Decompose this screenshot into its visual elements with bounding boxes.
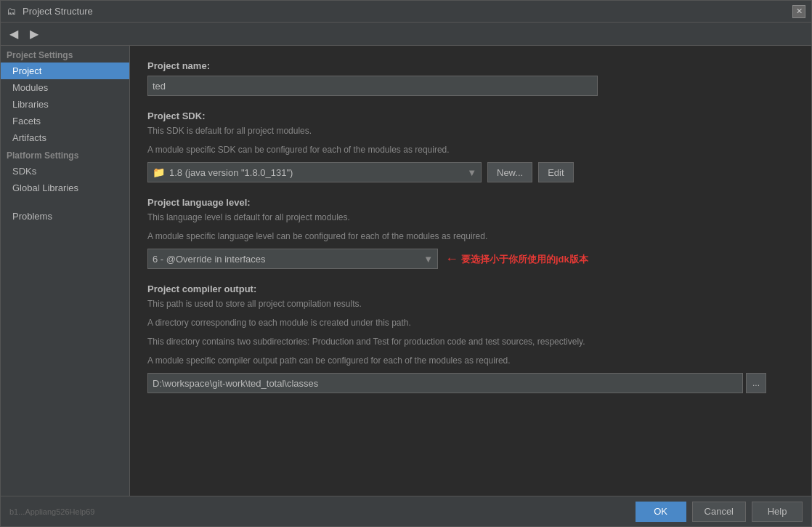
main-panel: Project name: Project SDK: This SDK is d…	[130, 46, 811, 496]
content-area: Project Settings Project Modules Librari…	[1, 46, 811, 496]
project-name-section: Project name:	[147, 60, 794, 96]
footer: b1...Appliang526Help69 OK Cancel Help	[1, 496, 811, 526]
sdk-desc2: A module specific SDK can be configured …	[147, 143, 794, 156]
ok-button[interactable]: OK	[636, 502, 686, 522]
help-button[interactable]: Help	[752, 502, 803, 522]
cancel-button[interactable]: Cancel	[692, 502, 746, 522]
forward-button[interactable]: ▶	[25, 25, 43, 43]
platform-settings-section-label: Platform Settings	[1, 146, 129, 163]
sidebar-item-libraries[interactable]: Libraries	[1, 96, 129, 113]
sidebar-item-global-libraries[interactable]: Global Libraries	[1, 180, 129, 196]
sdk-row: 📁 1.8 (java version "1.8.0_131") ▼ New..…	[147, 162, 794, 182]
compiler-output-desc2: A directory corresponding to each module…	[147, 316, 794, 329]
title-bar: 🗂 Project Structure ✕	[1, 1, 811, 23]
language-level-title: Project language level:	[147, 197, 794, 208]
language-level-desc2: A module specific language level can be …	[147, 230, 794, 243]
close-button[interactable]: ✕	[792, 5, 805, 18]
sdk-icon: 📁	[153, 166, 165, 178]
project-name-label: Project name:	[147, 60, 794, 71]
sdk-title: Project SDK:	[147, 110, 794, 121]
sidebar-item-artifacts[interactable]: Artifacts	[1, 129, 129, 146]
sidebar-item-problems[interactable]: Problems	[1, 208, 129, 225]
sdk-dropdown[interactable]: 📁 1.8 (java version "1.8.0_131") ▼	[147, 162, 482, 182]
compiler-output-section: Project compiler output: This path is us…	[147, 283, 794, 393]
toolbar: ◀ ▶	[1, 23, 811, 46]
project-name-input[interactable]	[147, 76, 598, 96]
sidebar: Project Settings Project Modules Librari…	[1, 46, 130, 496]
new-sdk-button[interactable]: New...	[487, 162, 532, 182]
sidebar-item-sdks[interactable]: SDKs	[1, 163, 129, 180]
project-structure-window: 🗂 Project Structure ✕ ◀ ▶ Project Settin…	[0, 0, 812, 527]
project-settings-section-label: Project Settings	[1, 46, 129, 63]
back-button[interactable]: ◀	[5, 25, 23, 43]
sdk-section: Project SDK: This SDK is default for all…	[147, 110, 794, 182]
sdk-dropdown-arrow: ▼	[467, 167, 476, 178]
sdk-value: 1.8 (java version "1.8.0_131")	[169, 167, 293, 178]
browse-button[interactable]: ...	[746, 373, 766, 393]
output-path-row: ...	[147, 373, 794, 393]
sdk-desc1: This SDK is default for all project modu…	[147, 124, 794, 137]
sidebar-item-facets[interactable]: Facets	[1, 113, 129, 129]
watermark: b1...Appliang526Help69	[9, 507, 94, 516]
window-icon: 🗂	[7, 6, 18, 17]
annotation-text: 要选择小于你所使用的jdk版本	[461, 253, 588, 266]
sidebar-item-project[interactable]: Project	[1, 63, 129, 79]
language-dropdown-arrow: ▼	[423, 254, 433, 265]
compiler-output-desc1: This path is used to store all project c…	[147, 297, 794, 310]
sidebar-item-modules[interactable]: Modules	[1, 79, 129, 96]
compiler-output-desc3: This directory contains two subdirectori…	[147, 335, 794, 348]
window-title: Project Structure	[23, 6, 792, 17]
language-level-section: Project language level: This language le…	[147, 197, 794, 269]
language-level-dropdown[interactable]: 6 - @Override in interfaces ▼	[147, 249, 438, 269]
compiler-output-title: Project compiler output:	[147, 283, 794, 294]
output-path-input[interactable]	[147, 373, 743, 393]
language-level-desc1: This language level is default for all p…	[147, 211, 794, 224]
compiler-output-desc4: A module specific compiler output path c…	[147, 354, 794, 367]
edit-sdk-button[interactable]: Edit	[538, 162, 573, 182]
language-level-value: 6 - @Override in interfaces	[153, 254, 266, 265]
